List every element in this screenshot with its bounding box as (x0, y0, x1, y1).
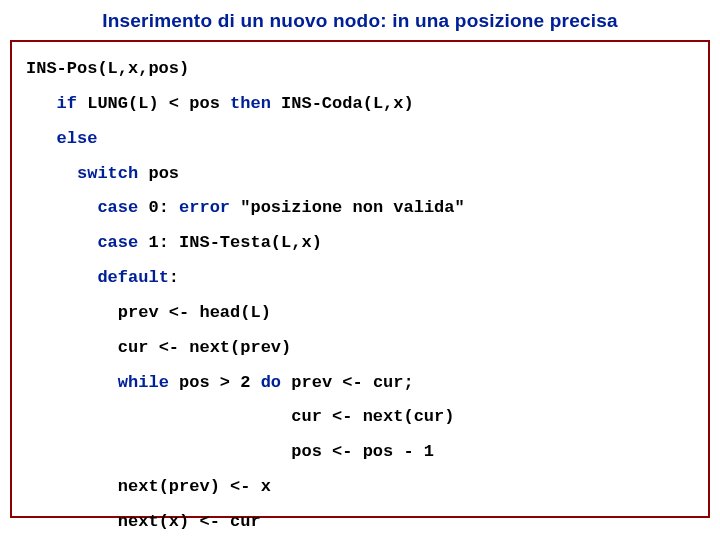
keyword-case: case (97, 198, 138, 217)
code-text: LUNG(L) < pos (77, 94, 230, 113)
code-box: INS-Pos(L,x,pos) if LUNG(L) < pos then I… (10, 40, 710, 518)
keyword-while: while (118, 373, 169, 392)
slide-title: Inserimento di un nuovo nodo: in una pos… (0, 10, 720, 32)
code-line: case 1: INS-Testa(L,x) (26, 226, 694, 261)
code-line: pos <- pos - 1 (26, 435, 694, 470)
code-text: 1: INS-Testa(L,x) (138, 233, 322, 252)
code-line: default: (26, 261, 694, 296)
code-line: case 0: error "posizione non valida" (26, 191, 694, 226)
code-line: cur <- next(prev) (26, 331, 694, 366)
keyword-if: if (57, 94, 77, 113)
code-text: pos > 2 (169, 373, 261, 392)
keyword-error: error (179, 198, 230, 217)
code-text: : (169, 268, 179, 287)
code-line: prev <- head(L) (26, 296, 694, 331)
code-line: next(prev) <- x (26, 470, 694, 505)
code-text: "posizione non valida" (230, 198, 465, 217)
code-text: cur <- next(prev) (118, 338, 291, 357)
keyword-else: else (57, 129, 98, 148)
code-text: pos (138, 164, 179, 183)
keyword-then: then (230, 94, 271, 113)
keyword-switch: switch (77, 164, 138, 183)
code-text: prev <- head(L) (118, 303, 271, 322)
code-text: next(prev) <- x (118, 477, 271, 496)
code-text: 0: (138, 198, 179, 217)
code-text: prev <- cur; (281, 373, 414, 392)
code-text: INS-Coda(L,x) (271, 94, 414, 113)
code-line: switch pos (26, 157, 694, 192)
code-line: next(x) <- cur (26, 505, 694, 540)
keyword-do: do (261, 373, 281, 392)
code-line: else (26, 122, 694, 157)
code-text: next(x) <- cur (118, 512, 261, 531)
code-line: if LUNG(L) < pos then INS-Coda(L,x) (26, 87, 694, 122)
code-line: cur <- next(cur) (26, 400, 694, 435)
keyword-default: default (97, 268, 168, 287)
slide: Inserimento di un nuovo nodo: in una pos… (0, 0, 720, 540)
code-text: pos <- pos - 1 (291, 442, 434, 461)
code-line: INS-Pos(L,x,pos) (26, 52, 694, 87)
keyword-case: case (97, 233, 138, 252)
code-text: cur <- next(cur) (291, 407, 454, 426)
code-line: while pos > 2 do prev <- cur; (26, 366, 694, 401)
